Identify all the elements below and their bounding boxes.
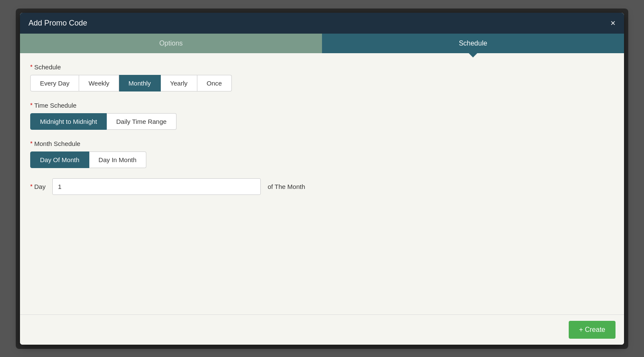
time-schedule-label: * Time Schedule <box>30 102 614 109</box>
schedule-field-group: * Schedule Every Day Weekly Monthly Year… <box>30 63 614 91</box>
time-schedule-field-group: * Time Schedule Midnight to Midnight Dai… <box>30 102 614 130</box>
modal-overlay: Add Promo Code × Options Schedule * Sche… <box>16 9 628 349</box>
schedule-btn-yearly[interactable]: Yearly <box>161 75 197 91</box>
day-field-row: * Day of The Month <box>30 178 614 195</box>
time-schedule-btn-group: Midnight to Midnight Daily Time Range <box>30 113 614 130</box>
month-schedule-label-text: Month Schedule <box>34 140 80 147</box>
time-schedule-required-star: * <box>30 102 32 109</box>
modal-body: * Schedule Every Day Weekly Monthly Year… <box>20 53 624 314</box>
schedule-btn-once[interactable]: Once <box>197 75 232 91</box>
month-schedule-btn-group: Day Of Month Day In Month <box>30 151 614 168</box>
schedule-btn-monthly[interactable]: Monthly <box>119 75 161 91</box>
schedule-btn-group: Every Day Weekly Monthly Yearly Once <box>30 75 614 91</box>
schedule-btn-weekly[interactable]: Weekly <box>79 75 119 91</box>
time-schedule-label-text: Time Schedule <box>34 102 77 109</box>
modal: Add Promo Code × Options Schedule * Sche… <box>20 13 624 345</box>
month-schedule-btn-day-in-month[interactable]: Day In Month <box>89 151 146 168</box>
schedule-label: * Schedule <box>30 63 614 71</box>
time-schedule-btn-daily-range[interactable]: Daily Time Range <box>107 113 176 130</box>
modal-footer: + Create <box>20 314 624 345</box>
day-input[interactable] <box>52 178 261 195</box>
tab-options[interactable]: Options <box>20 34 322 53</box>
of-month-text: of The Month <box>268 183 305 190</box>
month-schedule-btn-day-of-month[interactable]: Day Of Month <box>30 151 89 168</box>
create-button[interactable]: + Create <box>569 321 616 339</box>
month-schedule-field-group: * Month Schedule Day Of Month Day In Mon… <box>30 140 614 168</box>
schedule-label-text: Schedule <box>34 63 61 71</box>
time-schedule-btn-midnight[interactable]: Midnight to Midnight <box>30 113 107 130</box>
modal-title: Add Promo Code <box>28 19 87 28</box>
month-schedule-required-star: * <box>30 140 32 147</box>
tab-schedule[interactable]: Schedule <box>322 34 624 53</box>
day-required-star: * <box>30 183 32 190</box>
day-label-text: Day <box>34 183 46 190</box>
close-button[interactable]: × <box>610 19 616 27</box>
schedule-btn-every-day[interactable]: Every Day <box>30 75 79 91</box>
schedule-required-star: * <box>30 63 32 70</box>
modal-tabs: Options Schedule <box>20 34 624 53</box>
modal-header: Add Promo Code × <box>20 13 624 34</box>
month-schedule-label: * Month Schedule <box>30 140 614 147</box>
day-label: * Day <box>30 183 46 190</box>
